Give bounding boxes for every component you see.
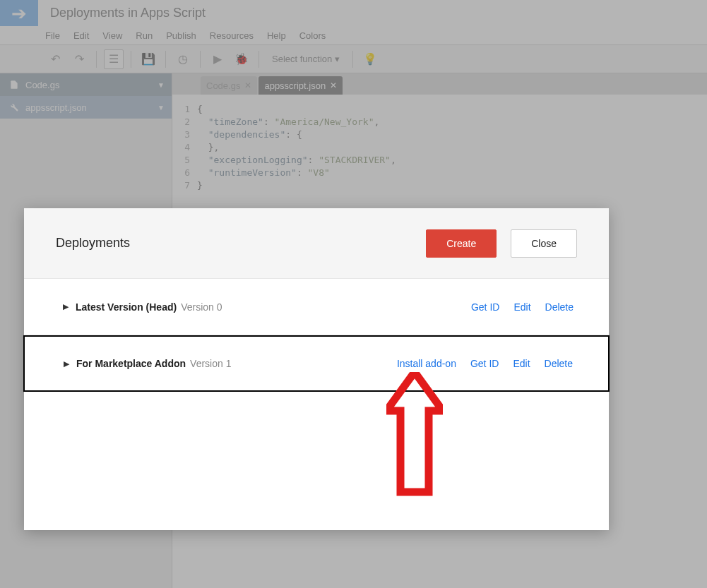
deployment-row: ▶ For Marketplace Addon Version 1 Instal… [23, 335, 610, 392]
deployment-name: Latest Version (Head) [76, 301, 177, 313]
get-id-link[interactable]: Get ID [470, 358, 499, 369]
expand-icon[interactable]: ▶ [63, 302, 69, 311]
delete-link[interactable]: Delete [545, 301, 574, 313]
deployment-actions: Get ID Edit Delete [471, 301, 574, 313]
create-button[interactable]: Create [426, 229, 497, 258]
deployment-actions: Install add-on Get ID Edit Delete [397, 358, 573, 369]
dialog-header: Deployments Create Close [24, 208, 609, 279]
edit-link[interactable]: Edit [513, 301, 530, 313]
get-id-link[interactable]: Get ID [471, 301, 499, 313]
deployment-version: Version 0 [181, 301, 222, 313]
deployment-version: Version 1 [190, 358, 231, 369]
deployments-dialog: Deployments Create Close ▶ Latest Versio… [24, 208, 609, 530]
dialog-body: ▶ Latest Version (Head) Version 0 Get ID… [24, 279, 609, 530]
install-addon-link[interactable]: Install add-on [397, 358, 456, 369]
delete-link[interactable]: Delete [545, 358, 573, 369]
expand-icon[interactable]: ▶ [64, 359, 69, 368]
deployment-name: For Marketplace Addon [76, 358, 186, 369]
deployment-row: ▶ Latest Version (Head) Version 0 Get ID… [24, 279, 609, 335]
edit-link[interactable]: Edit [513, 358, 530, 369]
dialog-title: Deployments [56, 236, 130, 251]
close-button[interactable]: Close [511, 229, 577, 258]
